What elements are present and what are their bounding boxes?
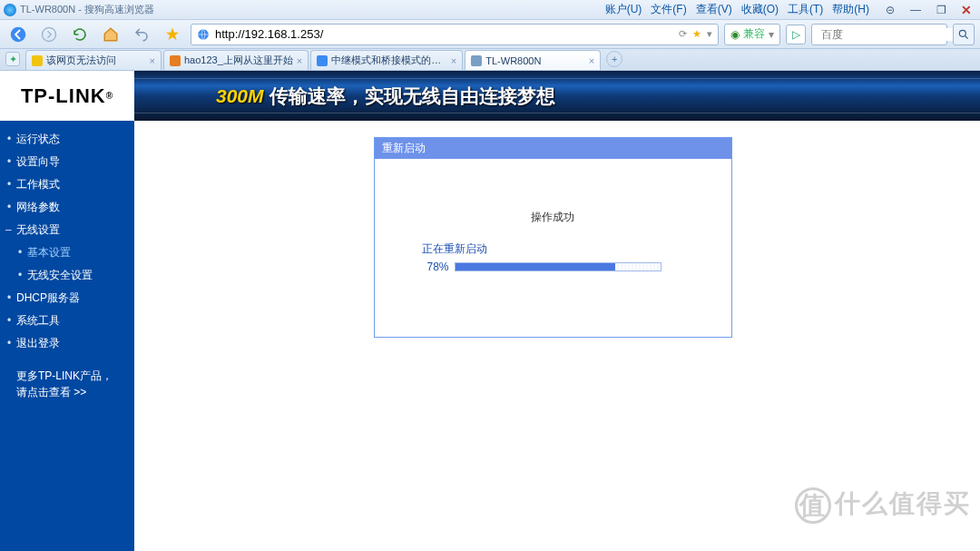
progress-bar — [455, 262, 662, 271]
menu-tools[interactable]: 工具(T) — [788, 2, 823, 17]
menu-view[interactable]: 查看(V) — [696, 2, 732, 17]
success-message: 操作成功 — [393, 210, 713, 225]
tab-3[interactable]: TL-WR800N× — [465, 50, 601, 70]
search-button[interactable] — [953, 24, 975, 45]
forward-button[interactable] — [36, 23, 62, 46]
browser-toolbar: ⟳ ★ ▾ ◉ 兼容 ▾ ▷ — [0, 20, 980, 49]
svg-point-3 — [959, 30, 965, 36]
menu-file[interactable]: 文件(F) — [651, 2, 686, 17]
dropdown-icon[interactable]: ▾ — [707, 28, 712, 40]
content-area: 重新启动 操作成功 正在重新启动 78% — [134, 121, 971, 551]
refresh-icon[interactable]: ⟳ — [679, 28, 687, 40]
sidebar: 运行状态 设置向导 工作模式 网络参数 无线设置 基本设置 无线安全设置 DHC… — [0, 121, 134, 551]
favorite-button[interactable] — [160, 23, 185, 46]
sidebar-item-network[interactable]: 网络参数 — [0, 196, 134, 219]
tplink-logo: TP-LINK® — [0, 71, 134, 121]
tab-strip: ✦ 该网页无法访问× hao123_上网从这里开始× 中继模式和桥接模式的区..… — [0, 49, 980, 71]
favicon-icon — [471, 55, 482, 66]
banner-text: 传输速率，实现无线自由连接梦想 — [270, 85, 555, 106]
tab-close-icon[interactable]: × — [451, 55, 456, 66]
tab-1[interactable]: hao123_上网从这里开始× — [163, 50, 309, 70]
router-banner: TP-LINK® 300M传输速率，实现无线自由连接梦想 — [0, 71, 980, 121]
favicon-icon — [170, 55, 181, 66]
favicon-icon — [317, 55, 328, 66]
tab-label: 中继模式和桥接模式的区... — [331, 54, 447, 67]
reboot-panel: 重新启动 操作成功 正在重新启动 78% — [374, 137, 732, 338]
menu-account[interactable]: 账户(U) — [605, 2, 642, 17]
sidebar-item-wizard[interactable]: 设置向导 — [0, 151, 134, 173]
search-bar[interactable] — [811, 24, 947, 45]
reload-button[interactable] — [67, 23, 93, 46]
add-tab-button[interactable]: + — [606, 51, 622, 67]
sidebar-item-basic[interactable]: 基本设置 — [0, 241, 134, 264]
globe-icon — [197, 28, 210, 41]
search-input[interactable] — [821, 28, 957, 41]
banner-300m: 300M — [216, 85, 264, 106]
svg-point-0 — [11, 26, 26, 42]
menu-help[interactable]: 帮助(H) — [832, 2, 869, 17]
tab-close-icon[interactable]: × — [589, 55, 594, 66]
maximize-button[interactable]: ❐ — [931, 3, 951, 17]
chevron-down-icon: ▾ — [769, 28, 774, 41]
sidebar-item-logout[interactable]: 退出登录 — [0, 332, 134, 355]
sidebar-item-system[interactable]: 系统工具 — [0, 310, 134, 332]
url-input[interactable] — [215, 27, 673, 41]
tab-close-icon[interactable]: × — [150, 55, 155, 66]
sidebar-item-mode[interactable]: 工作模式 — [0, 173, 134, 196]
tab-label: hao123_上网从这里开始 — [184, 54, 293, 67]
more-line1: 更多TP-LINK产品， — [16, 368, 125, 384]
sidebar-item-security[interactable]: 无线安全设置 — [0, 264, 134, 287]
progress-row: 78% — [422, 261, 713, 273]
sidebar-item-dhcp[interactable]: DHCP服务器 — [0, 287, 134, 310]
window-title: TL-WR800N - 搜狗高速浏览器 — [20, 3, 154, 16]
tab-label: 该网页无法访问 — [46, 54, 146, 67]
tab-2[interactable]: 中继模式和桥接模式的区...× — [310, 50, 463, 70]
home-button[interactable] — [98, 23, 123, 46]
app-icon — [4, 4, 16, 16]
compat-label: 兼容 — [743, 26, 765, 42]
favicon-icon — [32, 55, 43, 66]
undo-button[interactable] — [129, 23, 154, 46]
progress-percent: 78% — [422, 261, 449, 273]
sidebar-item-status[interactable]: 运行状态 — [0, 128, 134, 151]
panel-title: 重新启动 — [375, 138, 731, 159]
sidebar-more[interactable]: 更多TP-LINK产品， 请点击查看 >> — [0, 355, 134, 400]
more-line2: 请点击查看 >> — [16, 384, 125, 400]
menu-bar: 账户(U) 文件(F) 查看(V) 收藏(O) 工具(T) 帮助(H) — [605, 2, 869, 17]
star-icon[interactable]: ★ — [692, 28, 701, 40]
dash-button[interactable]: ⊝ — [880, 3, 900, 17]
address-bar[interactable]: ⟳ ★ ▾ — [191, 24, 719, 45]
router-body: 运行状态 设置向导 工作模式 网络参数 无线设置 基本设置 无线安全设置 DHC… — [0, 121, 980, 551]
go-button[interactable]: ▷ — [786, 25, 806, 44]
minimize-button[interactable]: — — [906, 3, 926, 17]
compat-mode-button[interactable]: ◉ 兼容 ▾ — [724, 24, 780, 45]
back-button[interactable] — [5, 23, 31, 46]
new-tab-square-button[interactable]: ✦ — [5, 52, 20, 66]
menu-favorites[interactable]: 收藏(O) — [741, 2, 779, 17]
sidebar-item-wireless[interactable]: 无线设置 — [0, 219, 134, 241]
tab-close-icon[interactable]: × — [297, 55, 302, 66]
close-button[interactable]: ✕ — [956, 3, 976, 17]
tab-label: TL-WR800N — [485, 55, 585, 66]
tab-0[interactable]: 该网页无法访问× — [25, 50, 162, 70]
svg-point-1 — [43, 27, 56, 41]
banner-slogan: 300M传输速率，实现无线自由连接梦想 — [134, 71, 980, 121]
rebooting-label: 正在重新启动 — [422, 241, 713, 257]
progress-fill — [456, 263, 615, 271]
compat-icon: ◉ — [730, 28, 740, 41]
window-titlebar: TL-WR800N - 搜狗高速浏览器 账户(U) 文件(F) 查看(V) 收藏… — [0, 0, 980, 20]
